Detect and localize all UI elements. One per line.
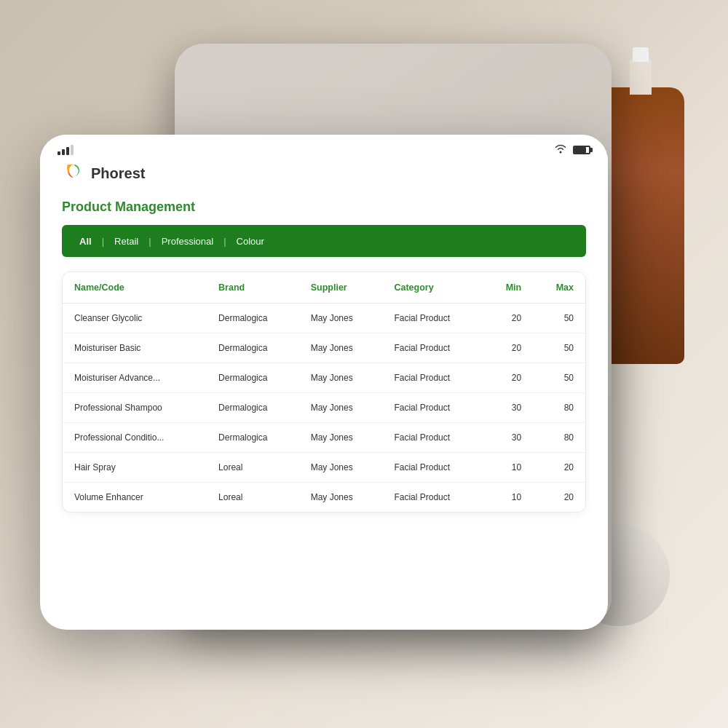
cell-supplier: May Jones [299, 363, 383, 393]
cell-supplier: May Jones [299, 453, 383, 483]
cell-brand: Loreal [207, 453, 299, 483]
cell-brand: Dermalogica [207, 423, 299, 453]
cell-name: Volume Enhancer [63, 483, 207, 513]
product-table: Name/Code Brand Supplier Category Min Ma… [63, 272, 585, 512]
phorest-logo-icon [62, 162, 85, 185]
cell-max: 20 [533, 453, 585, 483]
cell-name: Professional Shampoo [63, 393, 207, 423]
cell-supplier: May Jones [299, 393, 383, 423]
cell-min: 20 [483, 333, 533, 363]
cell-brand: Dermalogica [207, 304, 299, 333]
table-header: Name/Code Brand Supplier Category Min Ma… [63, 272, 585, 304]
tab-professional[interactable]: Professional [156, 233, 220, 250]
col-category: Category [382, 272, 483, 304]
cell-category: Facial Product [382, 393, 483, 423]
cell-max: 80 [533, 423, 585, 453]
cell-max: 50 [533, 304, 585, 333]
cell-max: 20 [533, 483, 585, 513]
tab-all[interactable]: All [74, 233, 98, 250]
cell-min: 30 [483, 423, 533, 453]
table-header-row: Name/Code Brand Supplier Category Min Ma… [63, 272, 585, 304]
cell-max: 80 [533, 393, 585, 423]
status-bar [40, 135, 608, 162]
table-row[interactable]: Professional Conditio... Dermalogica May… [63, 423, 585, 453]
logo-row: Phorest [62, 162, 586, 185]
cell-name: Moisturiser Advance... [63, 363, 207, 393]
cell-category: Facial Product [382, 363, 483, 393]
table-row[interactable]: Hair Spray Loreal May Jones Facial Produ… [63, 453, 585, 483]
cell-brand: Loreal [207, 483, 299, 513]
cell-max: 50 [533, 333, 585, 363]
table-body: Cleanser Glycolic Dermalogica May Jones … [63, 304, 585, 513]
table-row[interactable]: Cleanser Glycolic Dermalogica May Jones … [63, 304, 585, 333]
cell-category: Facial Product [382, 423, 483, 453]
wifi-icon [554, 143, 567, 156]
signal-bar-1 [58, 151, 60, 155]
table-row[interactable]: Volume Enhancer Loreal May Jones Facial … [63, 483, 585, 513]
table-row[interactable]: Moisturiser Basic Dermalogica May Jones … [63, 333, 585, 363]
cell-category: Facial Product [382, 453, 483, 483]
signal-bar-4 [71, 145, 74, 155]
cell-min: 20 [483, 304, 533, 333]
table-row[interactable]: Moisturiser Advance... Dermalogica May J… [63, 363, 585, 393]
col-brand: Brand [207, 272, 299, 304]
cell-brand: Dermalogica [207, 393, 299, 423]
tab-sep-2: | [149, 236, 151, 247]
tab-colour[interactable]: Colour [231, 233, 270, 250]
cell-name: Moisturiser Basic [63, 333, 207, 363]
col-max: Max [533, 272, 585, 304]
col-min: Min [483, 272, 533, 304]
cell-min: 10 [483, 483, 533, 513]
battery-fill [574, 147, 586, 153]
battery-icon [573, 146, 590, 154]
cell-name: Hair Spray [63, 453, 207, 483]
signal-bar-3 [66, 147, 69, 155]
logo-text: Phorest [91, 165, 145, 182]
tablet: Phorest Product Management All | Retail … [40, 135, 608, 630]
cell-name: Cleanser Glycolic [63, 304, 207, 333]
tab-retail[interactable]: Retail [108, 233, 144, 250]
status-right [554, 143, 590, 156]
tab-sep-3: | [223, 236, 226, 247]
cell-supplier: May Jones [299, 423, 383, 453]
cell-brand: Dermalogica [207, 333, 299, 363]
tab-sep-1: | [102, 236, 104, 247]
cell-category: Facial Product [382, 304, 483, 333]
table-row[interactable]: Professional Shampoo Dermalogica May Jon… [63, 393, 585, 423]
cell-category: Facial Product [382, 333, 483, 363]
signal-bar-2 [62, 149, 65, 155]
cell-supplier: May Jones [299, 333, 383, 363]
cell-max: 50 [533, 363, 585, 393]
app-content: Phorest Product Management All | Retail … [40, 162, 608, 630]
cell-name: Professional Conditio... [63, 423, 207, 453]
cell-min: 20 [483, 363, 533, 393]
cell-min: 30 [483, 393, 533, 423]
cell-supplier: May Jones [299, 304, 383, 333]
cell-brand: Dermalogica [207, 363, 299, 393]
tab-bar: All | Retail | Professional | Colour [62, 225, 586, 257]
cell-category: Facial Product [382, 483, 483, 513]
page-title: Product Management [62, 199, 586, 215]
cell-supplier: May Jones [299, 483, 383, 513]
table-card: Name/Code Brand Supplier Category Min Ma… [62, 272, 586, 513]
col-supplier: Supplier [299, 272, 383, 304]
cell-min: 10 [483, 453, 533, 483]
signal-bars-icon [58, 145, 74, 155]
col-name: Name/Code [63, 272, 207, 304]
